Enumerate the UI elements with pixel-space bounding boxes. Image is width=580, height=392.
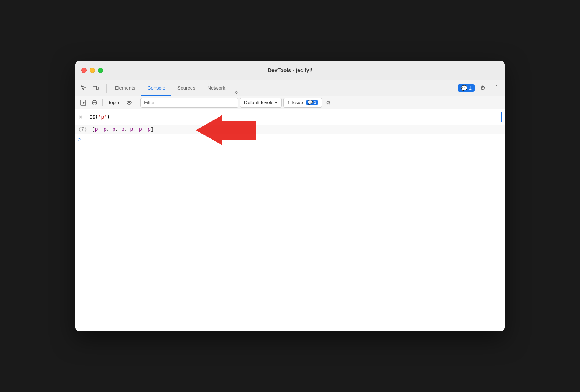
traffic-lights	[81, 68, 103, 73]
tab-console[interactable]: Console	[141, 80, 171, 96]
filter-input[interactable]	[140, 98, 238, 108]
console-content: × $$('p') (7) [p, p, p, p, p, p, p] >	[75, 109, 505, 331]
console-input-field[interactable]: $$('p')	[86, 112, 502, 122]
result-count: (7)	[78, 126, 89, 132]
context-selector[interactable]: top ▾	[106, 98, 123, 108]
more-tabs-button[interactable]: »	[231, 89, 241, 96]
open-bracket: [	[92, 126, 95, 132]
chat-icon: 💬	[461, 85, 467, 91]
console-secondary-toolbar: top ▾ Default levels ▾ 1 Issue: 💬 1 ⚙	[75, 96, 505, 109]
settings-icon: ⚙	[326, 100, 331, 106]
default-levels-label: Default levels	[244, 100, 273, 105]
result-value: [p, p, p, p, p, p, p]	[92, 126, 154, 132]
toolbar-divider-1	[106, 84, 107, 93]
minimize-button[interactable]	[90, 68, 95, 73]
issues-badge[interactable]: 💬 1	[458, 84, 475, 92]
issues-text: 1 Issue:	[287, 100, 305, 105]
window-title: DevTools - jec.fyi/	[268, 67, 312, 73]
console-divider-1	[102, 99, 103, 106]
inspect-element-button[interactable]	[78, 83, 89, 93]
console-input-row: × $$('p')	[75, 109, 505, 125]
console-prompt-row: >	[75, 134, 505, 144]
gear-icon: ⚙	[480, 84, 485, 91]
ellipsis-icon: ⋮	[493, 84, 499, 91]
svg-rect-1	[97, 87, 98, 90]
console-clear-input-button[interactable]: ×	[78, 113, 83, 121]
issues-count: 1	[469, 85, 472, 91]
tab-elements[interactable]: Elements	[109, 80, 141, 96]
devtools-toolbar: Elements Console Sources Network » 💬 1	[75, 80, 505, 96]
console-result-row: (7) [p, p, p, p, p, p, p]	[75, 125, 505, 134]
clear-icon: ×	[79, 114, 82, 120]
prompt-chevron[interactable]: >	[78, 136, 81, 142]
svg-rect-0	[93, 86, 97, 90]
eye-button[interactable]	[124, 98, 134, 108]
dropdown-arrow-icon: ▾	[117, 100, 120, 105]
console-settings-button[interactable]: ⚙	[324, 98, 333, 108]
dropdown-levels-icon: ▾	[275, 100, 278, 105]
issues-inline-badge: 💬 1	[306, 100, 318, 105]
issues-button[interactable]: 1 Issue: 💬 1	[283, 98, 322, 108]
window-body: Elements Console Sources Network » 💬 1	[75, 80, 505, 331]
toolbar-icons	[78, 83, 101, 93]
tabs-container: Elements Console Sources Network »	[109, 80, 458, 96]
clear-console-button[interactable]	[90, 98, 99, 108]
close-button[interactable]	[81, 68, 87, 73]
console-divider-2	[137, 99, 137, 106]
svg-point-8	[128, 102, 130, 103]
context-label: top	[109, 100, 116, 105]
devtools-window: DevTools - jec.fyi/	[75, 61, 505, 331]
toolbar-right: 💬 1 ⚙ ⋮	[458, 83, 502, 93]
settings-button[interactable]: ⚙	[478, 83, 488, 93]
svg-marker-4	[83, 102, 85, 104]
title-bar: DevTools - jec.fyi/	[75, 61, 505, 80]
tab-network[interactable]: Network	[201, 80, 232, 96]
more-options-button[interactable]: ⋮	[491, 83, 502, 93]
tab-sources[interactable]: Sources	[171, 80, 201, 96]
device-toggle-button[interactable]	[90, 83, 101, 93]
default-levels-button[interactable]: Default levels ▾	[240, 98, 282, 108]
sidebar-toggle-button[interactable]	[78, 98, 88, 108]
maximize-button[interactable]	[98, 68, 103, 73]
